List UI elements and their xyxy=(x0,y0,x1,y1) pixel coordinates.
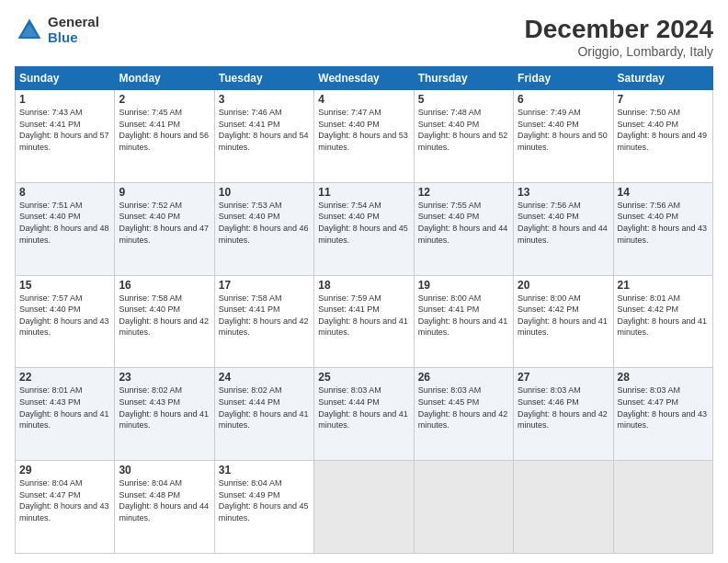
daylight-label: Daylight: 8 hours and 41 minutes. xyxy=(19,409,109,431)
day-number: 14 xyxy=(618,186,709,199)
calendar-cell: 14 Sunrise: 7:56 AM Sunset: 4:40 PM Dayl… xyxy=(613,182,712,275)
calendar-cell: 13 Sunrise: 7:56 AM Sunset: 4:40 PM Dayl… xyxy=(514,182,613,275)
sunrise-label: Sunrise: 8:01 AM xyxy=(19,385,83,395)
daylight-label: Daylight: 8 hours and 42 minutes. xyxy=(518,409,608,431)
day-info: Sunrise: 8:04 AM Sunset: 4:49 PM Dayligh… xyxy=(219,477,310,523)
calendar-cell: 1 Sunrise: 7:43 AM Sunset: 4:41 PM Dayli… xyxy=(16,90,115,183)
sunrise-label: Sunrise: 7:47 AM xyxy=(318,108,381,117)
calendar-cell xyxy=(314,461,414,554)
daylight-label: Daylight: 8 hours and 44 minutes. xyxy=(418,224,508,245)
sunrise-label: Sunrise: 7:56 AM xyxy=(518,201,581,210)
sunset-label: Sunset: 4:40 PM xyxy=(418,212,480,221)
day-info: Sunrise: 8:03 AM Sunset: 4:47 PM Dayligh… xyxy=(618,385,709,431)
day-info: Sunrise: 7:56 AM Sunset: 4:40 PM Dayligh… xyxy=(618,200,709,246)
daylight-label: Daylight: 8 hours and 53 minutes. xyxy=(318,131,408,152)
calendar-cell: 18 Sunrise: 7:59 AM Sunset: 4:41 PM Dayl… xyxy=(314,275,414,368)
day-number: 16 xyxy=(119,279,210,292)
day-info: Sunrise: 8:00 AM Sunset: 4:41 PM Dayligh… xyxy=(418,293,509,339)
sunset-label: Sunset: 4:47 PM xyxy=(19,490,81,500)
sunset-label: Sunset: 4:47 PM xyxy=(618,397,679,407)
sunrise-label: Sunrise: 8:04 AM xyxy=(19,478,83,488)
daylight-label: Daylight: 8 hours and 41 minutes. xyxy=(618,316,708,338)
sunset-label: Sunset: 4:40 PM xyxy=(618,120,679,129)
calendar-cell: 26 Sunrise: 8:03 AM Sunset: 4:45 PM Dayl… xyxy=(414,368,513,461)
sunrise-label: Sunrise: 7:45 AM xyxy=(119,108,182,117)
daylight-label: Daylight: 8 hours and 41 minutes. xyxy=(318,409,408,431)
day-info: Sunrise: 8:01 AM Sunset: 4:42 PM Dayligh… xyxy=(618,293,709,339)
sunset-label: Sunset: 4:41 PM xyxy=(119,120,180,129)
sunrise-label: Sunrise: 7:59 AM xyxy=(318,293,381,303)
day-info: Sunrise: 8:03 AM Sunset: 4:44 PM Dayligh… xyxy=(318,385,409,431)
day-info: Sunrise: 7:43 AM Sunset: 4:41 PM Dayligh… xyxy=(19,107,110,153)
daylight-label: Daylight: 8 hours and 45 minutes. xyxy=(318,224,408,245)
calendar-cell: 27 Sunrise: 8:03 AM Sunset: 4:46 PM Dayl… xyxy=(514,368,613,461)
sunrise-label: Sunrise: 8:04 AM xyxy=(219,478,282,488)
day-number: 28 xyxy=(618,371,709,384)
day-number: 7 xyxy=(618,93,709,106)
sunrise-label: Sunrise: 7:54 AM xyxy=(318,201,381,210)
day-number: 8 xyxy=(19,186,110,199)
calendar-cell: 24 Sunrise: 8:02 AM Sunset: 4:44 PM Dayl… xyxy=(214,368,313,461)
sunset-label: Sunset: 4:44 PM xyxy=(318,397,380,407)
sunset-label: Sunset: 4:40 PM xyxy=(119,212,180,221)
title-month: December 2024 xyxy=(525,15,713,44)
day-number: 15 xyxy=(19,279,110,292)
day-info: Sunrise: 7:50 AM Sunset: 4:40 PM Dayligh… xyxy=(618,107,709,153)
logo-icon xyxy=(15,16,44,45)
day-number: 27 xyxy=(518,371,609,384)
daylight-label: Daylight: 8 hours and 54 minutes. xyxy=(219,131,309,152)
daylight-label: Daylight: 8 hours and 41 minutes. xyxy=(318,316,408,338)
sunrise-label: Sunrise: 7:46 AM xyxy=(219,108,282,117)
daylight-label: Daylight: 8 hours and 43 minutes. xyxy=(618,409,708,431)
sunrise-label: Sunrise: 8:01 AM xyxy=(618,293,681,303)
sunset-label: Sunset: 4:43 PM xyxy=(119,397,180,407)
sunrise-label: Sunrise: 7:52 AM xyxy=(119,201,182,210)
header-sunday: Sunday xyxy=(16,67,115,90)
day-number: 29 xyxy=(19,464,110,477)
day-info: Sunrise: 7:47 AM Sunset: 4:40 PM Dayligh… xyxy=(318,107,409,153)
day-info: Sunrise: 7:55 AM Sunset: 4:40 PM Dayligh… xyxy=(418,200,509,246)
sunset-label: Sunset: 4:40 PM xyxy=(219,212,280,221)
day-info: Sunrise: 7:58 AM Sunset: 4:40 PM Dayligh… xyxy=(119,293,210,339)
day-number: 13 xyxy=(518,186,609,199)
sunset-label: Sunset: 4:43 PM xyxy=(19,397,81,407)
sunset-label: Sunset: 4:40 PM xyxy=(518,120,579,129)
title-block: December 2024 Origgio, Lombardy, Italy xyxy=(525,15,713,59)
header-tuesday: Tuesday xyxy=(214,67,313,90)
calendar-header-row: Sunday Monday Tuesday Wednesday Thursday… xyxy=(16,67,713,90)
day-info: Sunrise: 7:57 AM Sunset: 4:40 PM Dayligh… xyxy=(19,293,110,339)
daylight-label: Daylight: 8 hours and 41 minutes. xyxy=(119,409,209,431)
day-number: 26 xyxy=(418,371,509,384)
day-number: 1 xyxy=(19,93,110,106)
daylight-label: Daylight: 8 hours and 41 minutes. xyxy=(219,409,309,431)
calendar-week-4: 29 Sunrise: 8:04 AM Sunset: 4:47 PM Dayl… xyxy=(16,461,713,554)
daylight-label: Daylight: 8 hours and 57 minutes. xyxy=(19,131,109,152)
sunrise-label: Sunrise: 7:58 AM xyxy=(219,293,282,303)
daylight-label: Daylight: 8 hours and 52 minutes. xyxy=(418,131,508,152)
calendar-week-3: 22 Sunrise: 8:01 AM Sunset: 4:43 PM Dayl… xyxy=(16,368,713,461)
calendar-cell: 7 Sunrise: 7:50 AM Sunset: 4:40 PM Dayli… xyxy=(613,90,712,183)
sunset-label: Sunset: 4:40 PM xyxy=(318,212,380,221)
sunset-label: Sunset: 4:46 PM xyxy=(518,397,579,407)
sunrise-label: Sunrise: 7:58 AM xyxy=(119,293,182,303)
day-number: 4 xyxy=(318,93,409,106)
day-info: Sunrise: 7:45 AM Sunset: 4:41 PM Dayligh… xyxy=(119,107,210,153)
sunrise-label: Sunrise: 7:53 AM xyxy=(219,201,282,210)
day-info: Sunrise: 7:56 AM Sunset: 4:40 PM Dayligh… xyxy=(518,200,609,246)
day-info: Sunrise: 8:02 AM Sunset: 4:43 PM Dayligh… xyxy=(119,385,210,431)
sunrise-label: Sunrise: 7:43 AM xyxy=(19,108,83,117)
day-number: 23 xyxy=(119,371,210,384)
sunset-label: Sunset: 4:44 PM xyxy=(219,397,280,407)
sunrise-label: Sunrise: 7:48 AM xyxy=(418,108,482,117)
calendar-cell: 5 Sunrise: 7:48 AM Sunset: 4:40 PM Dayli… xyxy=(414,90,513,183)
day-number: 6 xyxy=(518,93,609,106)
day-info: Sunrise: 7:46 AM Sunset: 4:41 PM Dayligh… xyxy=(219,107,310,153)
daylight-label: Daylight: 8 hours and 49 minutes. xyxy=(618,131,708,152)
sunrise-label: Sunrise: 8:03 AM xyxy=(518,385,581,395)
day-info: Sunrise: 7:53 AM Sunset: 4:40 PM Dayligh… xyxy=(219,200,310,246)
daylight-label: Daylight: 8 hours and 41 minutes. xyxy=(418,316,508,338)
daylight-label: Daylight: 8 hours and 44 minutes. xyxy=(518,224,608,245)
daylight-label: Daylight: 8 hours and 42 minutes. xyxy=(418,409,508,431)
day-info: Sunrise: 7:51 AM Sunset: 4:40 PM Dayligh… xyxy=(19,200,110,246)
header-monday: Monday xyxy=(115,67,214,90)
